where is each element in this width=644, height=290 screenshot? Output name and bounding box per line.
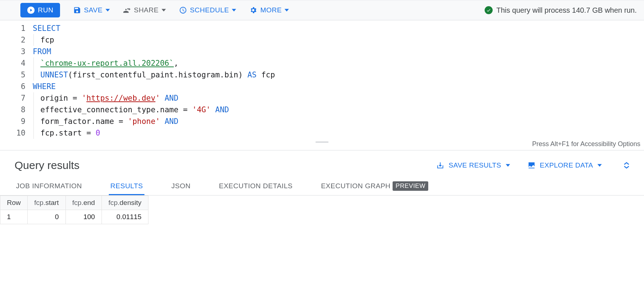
share-icon <box>123 6 131 14</box>
badge-preview: PREVIEW <box>393 181 428 191</box>
col-fcp-end: fcp.end <box>65 196 102 210</box>
col-fcp-density: fcp.density <box>102 196 148 210</box>
results-header: Query results SAVE RESULTS EXPLORE DATA <box>0 150 644 178</box>
save-results-label: SAVE RESULTS <box>449 161 501 169</box>
more-button[interactable]: MORE <box>249 6 289 14</box>
expand-collapse-toggle[interactable] <box>624 162 629 169</box>
explore-data-button[interactable]: EXPLORE DATA <box>528 161 602 169</box>
explore-data-label: EXPLORE DATA <box>540 161 593 169</box>
resize-handle[interactable] <box>315 141 329 143</box>
run-label: RUN <box>38 6 53 14</box>
play-icon <box>27 6 35 14</box>
accessibility-hint: Press Alt+F1 for Accessibility Options <box>0 139 644 149</box>
status-text: This query will process 140.7 GB when ru… <box>496 6 637 15</box>
sql-editor[interactable]: 12345678910 SELECTfcpFROM`chrome-ux-repo… <box>0 20 644 150</box>
results-table: Rowfcp.startfcp.endfcp.density101000.011… <box>0 196 148 224</box>
share-button[interactable]: SHARE <box>123 6 166 14</box>
chevron-down-icon <box>162 6 166 14</box>
col-fcp-start: fcp.start <box>28 196 66 210</box>
share-label: SHARE <box>134 6 159 14</box>
tab-execution-details[interactable]: EXECUTION DETAILS <box>218 178 294 195</box>
schedule-label: SCHEDULE <box>190 6 229 14</box>
chevron-down-icon <box>506 161 510 169</box>
chart-icon <box>528 161 536 169</box>
save-icon <box>73 6 81 14</box>
tab-results[interactable]: RESULTS <box>109 178 144 195</box>
run-button[interactable]: RUN <box>20 3 60 17</box>
col-Row: Row <box>0 196 28 210</box>
results-tabs: JOB INFORMATIONRESULTSJSONEXECUTION DETA… <box>0 178 644 196</box>
gear-icon <box>249 6 257 14</box>
tab-job-information[interactable]: JOB INFORMATION <box>15 178 83 195</box>
table-row[interactable]: 101000.01115 <box>0 210 148 224</box>
chevron-down-icon <box>285 6 289 14</box>
chevron-down-icon <box>232 6 236 14</box>
save-label: SAVE <box>84 6 103 14</box>
tab-execution-graph[interactable]: EXECUTION GRAPHPREVIEW <box>319 178 430 195</box>
clock-icon <box>179 6 187 14</box>
chevron-down-icon <box>106 6 110 14</box>
save-button[interactable]: SAVE <box>73 6 110 14</box>
download-icon <box>436 161 444 169</box>
results-title: Query results <box>15 159 79 172</box>
check-circle-icon <box>485 6 493 14</box>
query-toolbar: RUN SAVE SHARE SCHEDULE MORE <box>0 0 644 20</box>
tab-json[interactable]: JSON <box>170 178 192 195</box>
more-label: MORE <box>260 6 282 14</box>
save-results-button[interactable]: SAVE RESULTS <box>436 161 510 169</box>
chevron-down-icon <box>597 161 602 169</box>
query-status: This query will process 140.7 GB when ru… <box>485 6 637 15</box>
schedule-button[interactable]: SCHEDULE <box>179 6 236 14</box>
